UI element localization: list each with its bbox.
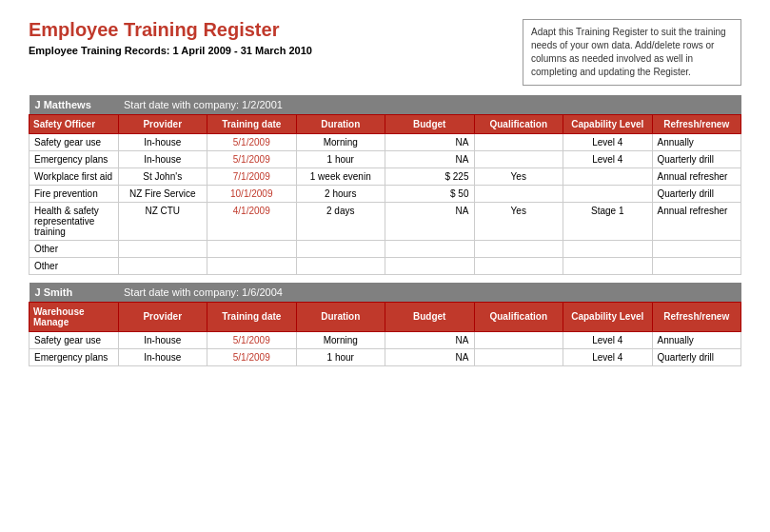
refresh-col-header: Refresh/renew — [652, 302, 741, 331]
training-date: 10/1/2009 — [207, 186, 297, 203]
training-provider: In-house — [118, 151, 207, 168]
training-date: 7/1/2009 — [207, 168, 297, 186]
training-budget: NA — [385, 331, 475, 348]
training-date: 5/1/2009 — [207, 348, 297, 365]
training-provider: NZ Fire Service — [118, 186, 207, 203]
training-date-col-header: Training date — [207, 115, 297, 134]
training-duration — [296, 258, 385, 275]
table-row: Emergency plans In-house 5/1/2009 1 hour… — [30, 151, 741, 168]
employee-name: J Smith — [30, 283, 119, 303]
training-provider — [118, 241, 207, 258]
training-name: Other — [30, 241, 119, 258]
training-table: J Matthews Start date with company: 1/2/… — [29, 95, 741, 366]
training-refresh: Annual refresher — [652, 203, 741, 241]
employee-header-row: J Matthews Start date with company: 1/2/… — [30, 95, 741, 115]
training-budget: $ 50 — [385, 186, 475, 203]
column-header-row: Safety Officer Provider Training date Du… — [30, 115, 741, 134]
info-box: Adapt this Training Register to suit the… — [523, 19, 741, 86]
training-refresh — [652, 241, 741, 258]
training-qualification: Yes — [474, 168, 563, 186]
training-refresh: Quarterly drill — [652, 151, 741, 168]
training-provider: NZ CTU — [118, 203, 207, 241]
training-capability: Level 4 — [563, 348, 653, 365]
training-duration: 1 hour — [296, 151, 385, 168]
training-capability — [563, 258, 653, 275]
budget-col-header: Budget — [385, 115, 475, 134]
training-qualification: Yes — [474, 203, 563, 241]
table-row: Health & safety representative training … — [30, 203, 741, 241]
subtitle: Employee Training Records: 1 April 2009 … — [29, 45, 523, 56]
training-capability: Stage 1 — [563, 203, 653, 241]
training-qualification — [474, 241, 563, 258]
employee-name: J Matthews — [30, 95, 119, 115]
employee-start-date: Start date with company: 1/2/2001 — [118, 95, 741, 115]
capability-col-header: Capability Level — [563, 115, 653, 134]
training-provider: In-house — [118, 331, 207, 348]
employee-header-row: J Smith Start date with company: 1/6/200… — [30, 283, 741, 303]
training-duration — [296, 241, 385, 258]
training-budget: NA — [385, 348, 475, 365]
duration-col-header: Duration — [296, 302, 385, 331]
training-budget: $ 225 — [385, 168, 475, 186]
top-section: Employee Training Register Employee Trai… — [29, 19, 741, 86]
training-date-col-header: Training date — [207, 302, 297, 331]
training-capability — [563, 186, 653, 203]
training-refresh: Annually — [652, 134, 741, 151]
training-qualification — [474, 331, 563, 348]
training-qualification — [474, 258, 563, 275]
table-row: Workplace first aid St John's 7/1/2009 1… — [30, 168, 741, 186]
training-duration: 2 hours — [296, 186, 385, 203]
role-col-header: Warehouse Manage — [30, 302, 119, 331]
refresh-col-header: Refresh/renew — [652, 115, 741, 134]
training-budget: NA — [385, 134, 475, 151]
table-row: Safety gear use In-house 5/1/2009 Mornin… — [30, 134, 741, 151]
training-duration: 1 hour — [296, 348, 385, 365]
training-name: Other — [30, 258, 119, 275]
training-provider: In-house — [118, 348, 207, 365]
training-name: Emergency plans — [30, 151, 119, 168]
training-name: Fire prevention — [30, 186, 119, 203]
training-name: Health & safety representative training — [30, 203, 119, 241]
table-row: Fire prevention NZ Fire Service 10/1/200… — [30, 186, 741, 203]
training-capability: Level 4 — [563, 151, 653, 168]
training-budget — [385, 258, 475, 275]
training-capability — [563, 168, 653, 186]
table-row: Other — [30, 258, 741, 275]
training-budget: NA — [385, 203, 475, 241]
training-budget: NA — [385, 151, 475, 168]
training-date: 5/1/2009 — [207, 331, 297, 348]
training-provider: St John's — [118, 168, 207, 186]
training-qualification — [474, 348, 563, 365]
training-refresh: Annual refresher — [652, 168, 741, 186]
training-qualification — [474, 186, 563, 203]
training-capability: Level 4 — [563, 331, 653, 348]
capability-col-header: Capability Level — [563, 302, 653, 331]
training-duration: Morning — [296, 134, 385, 151]
role-col-header: Safety Officer — [30, 115, 119, 134]
training-refresh: Annually — [652, 331, 741, 348]
provider-col-header: Provider — [118, 115, 207, 134]
training-name: Emergency plans — [30, 348, 119, 365]
qualification-col-header: Qualification — [474, 115, 563, 134]
provider-col-header: Provider — [118, 302, 207, 331]
training-duration: Morning — [296, 331, 385, 348]
training-qualification — [474, 134, 563, 151]
training-qualification — [474, 151, 563, 168]
table-row: Other — [30, 241, 741, 258]
training-refresh: Quarterly drill — [652, 186, 741, 203]
training-date: 5/1/2009 — [207, 134, 297, 151]
training-date — [207, 258, 297, 275]
training-name: Workplace first aid — [30, 168, 119, 186]
table-row: Safety gear use In-house 5/1/2009 Mornin… — [30, 331, 741, 348]
training-provider — [118, 258, 207, 275]
top-left: Employee Training Register Employee Trai… — [29, 19, 523, 68]
training-refresh: Quarterly drill — [652, 348, 741, 365]
table-row: Emergency plans In-house 5/1/2009 1 hour… — [30, 348, 741, 365]
training-budget — [385, 241, 475, 258]
training-date: 4/1/2009 — [207, 203, 297, 241]
training-capability: Level 4 — [563, 134, 653, 151]
training-name: Safety gear use — [30, 331, 119, 348]
training-date: 5/1/2009 — [207, 151, 297, 168]
training-capability — [563, 241, 653, 258]
training-date — [207, 241, 297, 258]
